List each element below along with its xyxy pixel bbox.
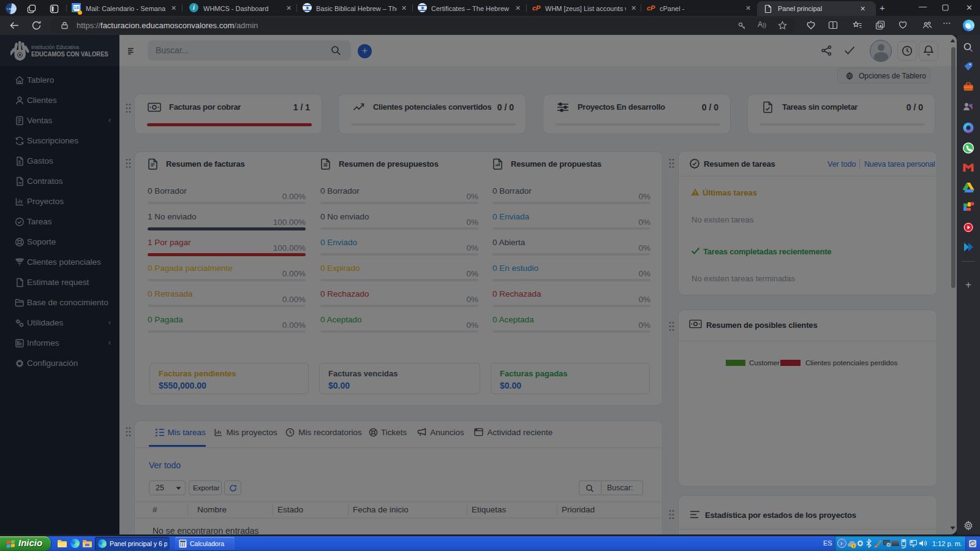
svg-text:!: ! (853, 544, 854, 549)
